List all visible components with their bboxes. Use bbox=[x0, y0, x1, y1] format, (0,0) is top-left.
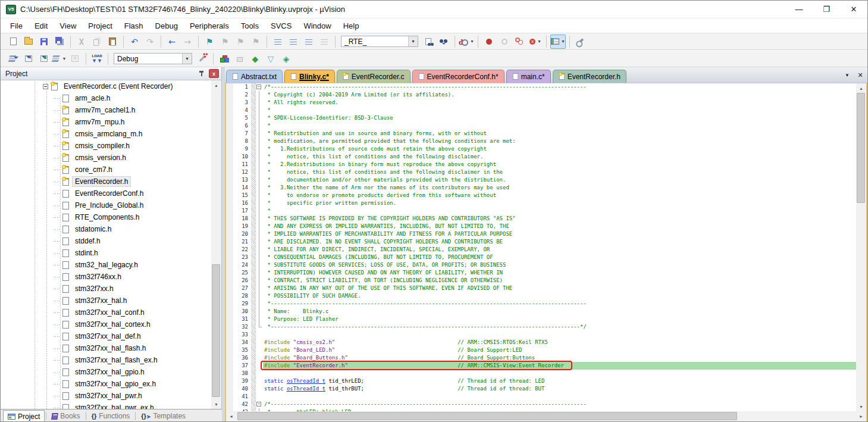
tree-scroll-thumb[interactable] bbox=[212, 264, 220, 397]
fold-margin[interactable] bbox=[256, 99, 263, 107]
rebuild-all-button[interactable] bbox=[37, 52, 51, 66]
bookmark-margin[interactable] bbox=[226, 145, 233, 153]
menu-help[interactable]: Help bbox=[337, 20, 365, 32]
tree-item-cmsis_compiler.h[interactable]: cmsis_compiler.h bbox=[1, 140, 211, 152]
tree-item-Pre_Include_Global.h[interactable]: Pre_Include_Global.h bbox=[1, 199, 211, 211]
code-line-20[interactable]: 20 * IMPLIED WARRANTIES OF MERCHANTABILI… bbox=[226, 230, 856, 238]
start-stop-debug-button[interactable]: d▼ bbox=[459, 35, 474, 49]
bookmark-margin[interactable] bbox=[226, 168, 233, 176]
code-text[interactable]: *---------------------------------------… bbox=[263, 300, 856, 308]
fold-margin[interactable] bbox=[256, 215, 263, 223]
tree-item-stm32f746xx.h[interactable]: stm32f746xx.h bbox=[1, 271, 211, 283]
bookmark-margin[interactable] bbox=[226, 176, 233, 184]
fold-margin[interactable] bbox=[256, 370, 263, 377]
code-line-4[interactable]: 4 * bbox=[226, 107, 856, 114]
batch-build-button[interactable]: ▼ bbox=[52, 52, 67, 66]
fold-margin[interactable] bbox=[256, 339, 263, 346]
bookmark-margin[interactable] bbox=[226, 362, 233, 370]
code-text[interactable] bbox=[263, 393, 856, 401]
code-text[interactable]: * SUBSTITUTE GOODS OR SERVICES; LOSS OF … bbox=[263, 261, 856, 269]
minimize-button[interactable]: — bbox=[785, 1, 813, 18]
find-combobox[interactable]: _RTE_▼ bbox=[341, 36, 418, 47]
window-layout-button-dropdown-arrow[interactable]: ▼ bbox=[561, 39, 565, 43]
menu-view[interactable]: View bbox=[54, 20, 82, 32]
bookmark-margin[interactable] bbox=[226, 122, 233, 130]
fold-margin[interactable] bbox=[256, 207, 263, 215]
fold-margin[interactable] bbox=[256, 91, 263, 99]
pin-icon[interactable] bbox=[199, 71, 204, 77]
tree-item-stm32f7xx.h[interactable]: stm32f7xx.h bbox=[1, 283, 211, 295]
tree-item-core_cm7.h[interactable]: core_cm7.h bbox=[1, 164, 211, 176]
kill-all-breakpoints-button[interactable]: x▼ bbox=[528, 35, 543, 49]
menu-debug[interactable]: Debug bbox=[149, 20, 184, 32]
fold-margin[interactable] bbox=[256, 393, 263, 401]
tree-item-armv7m_mpu.h[interactable]: armv7m_mpu.h bbox=[1, 116, 211, 128]
bookmark-margin[interactable] bbox=[226, 385, 233, 393]
bookmark-margin[interactable] bbox=[226, 315, 233, 323]
tree-item-RTE_Components.h[interactable]: RTE_Components.h bbox=[1, 211, 211, 223]
clear-bookmarks-button[interactable]: ⚑ bbox=[249, 35, 263, 49]
tree-item-stm32f7xx_hal_flash_ex.h[interactable]: stm32f7xx_hal_flash_ex.h bbox=[1, 354, 211, 366]
maximize-button[interactable]: ❐ bbox=[813, 1, 840, 18]
tab-list-dropdown-button[interactable]: ▼ bbox=[842, 70, 852, 80]
bookmark-margin[interactable] bbox=[226, 393, 233, 401]
build-button[interactable] bbox=[21, 52, 36, 66]
fold-margin[interactable] bbox=[256, 292, 263, 300]
code-text[interactable]: * to endorse or promote products derived… bbox=[263, 192, 856, 199]
code-line-37[interactable]: 37#include "EventRecorder.h" // ARM::CMS… bbox=[226, 362, 856, 370]
code-line-27[interactable]: 27 * ARISING IN ANY WAY OUT OF THE USE O… bbox=[226, 285, 856, 292]
code-line-23[interactable]: 23 * CONSEQUENTIAL DAMAGES (INCLUDING, B… bbox=[226, 254, 856, 261]
code-line-33[interactable]: 33 bbox=[226, 331, 856, 339]
code-text[interactable]: * LIABLE FOR ANY DIRECT, INDIRECT, INCID… bbox=[263, 246, 856, 254]
code-text[interactable]: * Redistribution and use in source and b… bbox=[263, 130, 856, 137]
menu-flash[interactable]: Flash bbox=[118, 20, 149, 32]
code-text[interactable]: * ARISING IN ANY WAY OUT OF THE USE OF T… bbox=[263, 285, 856, 292]
bookmark-margin[interactable] bbox=[226, 285, 233, 292]
code-line-13[interactable]: 13 * documentation and/or other material… bbox=[226, 176, 856, 184]
fold-margin[interactable] bbox=[256, 199, 263, 207]
code-line-16[interactable]: 16 * specific prior written permission. bbox=[226, 199, 856, 207]
fold-margin[interactable] bbox=[256, 385, 263, 393]
document-tab-eventrecorder.c[interactable]: EventRecorder.c bbox=[337, 70, 411, 83]
navigate-back-button[interactable]: ← bbox=[165, 35, 179, 49]
tree-item-EventRecorderConf.h[interactable]: EventRecorderConf.h bbox=[1, 187, 211, 199]
bookmark-margin[interactable] bbox=[226, 408, 233, 411]
code-text[interactable]: * AND ANY EXPRESS OR IMPLIED WARRANTIES,… bbox=[263, 223, 856, 230]
fold-margin[interactable] bbox=[256, 285, 263, 292]
menu-window[interactable]: Window bbox=[297, 20, 337, 32]
bookmark-margin[interactable] bbox=[226, 354, 233, 362]
document-close-button[interactable]: ✕ bbox=[856, 70, 865, 80]
code-line-30[interactable]: 30 * Name: Blinky.c bbox=[226, 308, 856, 315]
bookmark-margin[interactable] bbox=[226, 184, 233, 192]
fold-margin[interactable] bbox=[256, 176, 263, 184]
fold-margin[interactable] bbox=[256, 230, 263, 238]
bookmark-margin[interactable] bbox=[226, 401, 233, 408]
save-button[interactable] bbox=[37, 35, 51, 49]
code-text[interactable]: #include "Board_LED.h" // Board Support:… bbox=[263, 346, 856, 354]
translate-button[interactable] bbox=[6, 52, 20, 66]
code-line-41[interactable]: 41 bbox=[226, 393, 856, 401]
code-text[interactable]: * 2.Redistributions in binary form must … bbox=[263, 161, 856, 168]
fold-margin[interactable] bbox=[256, 238, 263, 246]
toggle-bookmark-button[interactable]: ⚑ bbox=[202, 35, 217, 49]
indent-button[interactable] bbox=[286, 35, 300, 49]
code-line-12[interactable]: 12 * notice, this list of conditions and… bbox=[226, 168, 856, 176]
menu-tools[interactable]: Tools bbox=[235, 20, 265, 32]
fold-margin[interactable] bbox=[256, 168, 263, 176]
bookmark-margin[interactable] bbox=[226, 114, 233, 122]
bookmark-margin[interactable] bbox=[226, 215, 233, 223]
fold-margin[interactable] bbox=[256, 122, 263, 130]
code-text[interactable]: * notice, this list of conditions and th… bbox=[263, 153, 856, 161]
tree-item-stm32_hal_legacy.h[interactable]: stm32_hal_legacy.h bbox=[1, 259, 211, 271]
bookmark-margin[interactable] bbox=[226, 300, 233, 308]
fold-collapse-icon[interactable]: − bbox=[256, 85, 261, 89]
panel-tab-books[interactable]: Books bbox=[48, 410, 84, 422]
editor-vertical-scrollbar[interactable]: ▲ ▼ bbox=[856, 83, 866, 411]
code-line-24[interactable]: 24 * SUBSTITUTE GOODS OR SERVICES; LOSS … bbox=[226, 261, 856, 269]
fold-margin[interactable] bbox=[256, 145, 263, 153]
bookmark-margin[interactable] bbox=[226, 91, 233, 99]
code-line-3[interactable]: 3 * All rights reserved. bbox=[226, 99, 856, 107]
cut-button[interactable] bbox=[74, 35, 89, 49]
tree-item-cmsis_version.h[interactable]: cmsis_version.h bbox=[1, 152, 211, 164]
tree-item-arm_acle.h[interactable]: arm_acle.h bbox=[1, 92, 211, 104]
